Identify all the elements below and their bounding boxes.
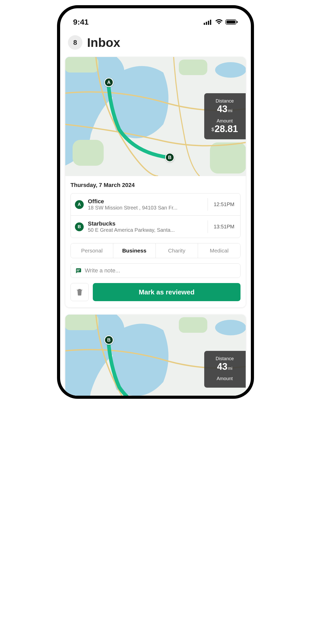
distance-label: Distance	[210, 356, 239, 361]
stop-name: Office	[88, 198, 206, 205]
stop-row[interactable]: A Office 18 SW Mission Street , 94103 Sa…	[71, 193, 240, 215]
map-pin-b: B	[104, 335, 114, 345]
stop-letter-badge: A	[75, 200, 84, 209]
stops-list: A Office 18 SW Mission Street , 94103 Sa…	[70, 193, 241, 238]
status-time: 9:41	[73, 18, 89, 26]
svg-rect-2	[208, 21, 209, 25]
amount-label: Amount	[210, 118, 239, 124]
stop-time: 12:51PM	[208, 198, 236, 211]
delete-button[interactable]	[70, 283, 89, 301]
stop-address: 50 E Great America Parkway, Santa...	[88, 227, 206, 233]
stop-time: 13:51PM	[208, 220, 236, 233]
svg-rect-3	[210, 20, 211, 25]
stop-letter-badge: B	[75, 222, 84, 231]
svg-rect-0	[204, 23, 205, 25]
tab-charity[interactable]: Charity	[156, 243, 198, 258]
distance-value: 43	[217, 104, 228, 114]
trip-summary-overlay: Distance 43mi Amount	[204, 351, 246, 388]
note-icon	[75, 267, 82, 274]
svg-rect-14	[179, 317, 207, 333]
trip-map[interactable]: B Distance 43mi Amount	[65, 315, 246, 396]
page-title: Inbox	[87, 35, 120, 50]
amount-value: 28.81	[215, 124, 238, 134]
svg-rect-8	[179, 60, 207, 75]
inbox-count-badge: 8	[68, 35, 82, 50]
svg-rect-15	[65, 315, 98, 330]
trash-icon	[75, 288, 84, 296]
currency-symbol: $	[211, 127, 214, 132]
svg-rect-1	[206, 22, 207, 25]
mark-reviewed-button[interactable]: Mark as reviewed	[93, 283, 241, 301]
trip-summary-overlay: Distance 43mi Amount $28.81	[204, 93, 246, 139]
trip-date: Thursday, 7 March 2024	[70, 182, 241, 189]
trip-card: B Distance 43mi Amount	[65, 315, 246, 396]
stop-name: Starbucks	[88, 220, 206, 227]
tab-medical[interactable]: Medical	[198, 243, 240, 258]
battery-icon	[225, 19, 238, 25]
distance-label: Distance	[210, 98, 239, 104]
svg-rect-11	[210, 142, 246, 173]
tab-personal[interactable]: Personal	[71, 243, 113, 258]
distance-value: 43	[217, 361, 228, 372]
svg-rect-6	[237, 21, 238, 23]
trip-map[interactable]: A B Distance 43mi Amount $28.81	[65, 57, 246, 176]
status-bar: 9:41	[65, 16, 246, 33]
inbox-header: 8 Inbox	[65, 33, 246, 57]
note-field[interactable]	[70, 263, 241, 278]
svg-point-16	[215, 320, 246, 335]
map-pin-b: B	[165, 153, 174, 162]
amount-label: Amount	[210, 376, 239, 381]
tab-business[interactable]: Business	[113, 243, 156, 258]
phone-frame: 9:41 8 Inbox	[57, 5, 254, 399]
svg-rect-9	[65, 57, 98, 73]
distance-unit: mi	[228, 366, 232, 371]
svg-rect-5	[227, 20, 235, 24]
stop-address: 18 SW Mission Street , 94103 San Fr...	[88, 205, 206, 211]
map-pin-a: A	[104, 78, 114, 87]
distance-unit: mi	[228, 108, 232, 113]
cellular-icon	[204, 19, 213, 25]
wifi-icon	[215, 19, 223, 25]
stop-row[interactable]: B Starbucks 50 E Great America Parkway, …	[71, 215, 240, 238]
category-tabs: Personal Business Charity Medical	[70, 243, 241, 258]
note-input[interactable]	[85, 267, 236, 274]
trip-card: A B Distance 43mi Amount $28.81 Thursday…	[65, 57, 246, 307]
svg-point-12	[215, 62, 246, 78]
svg-rect-10	[73, 140, 104, 166]
